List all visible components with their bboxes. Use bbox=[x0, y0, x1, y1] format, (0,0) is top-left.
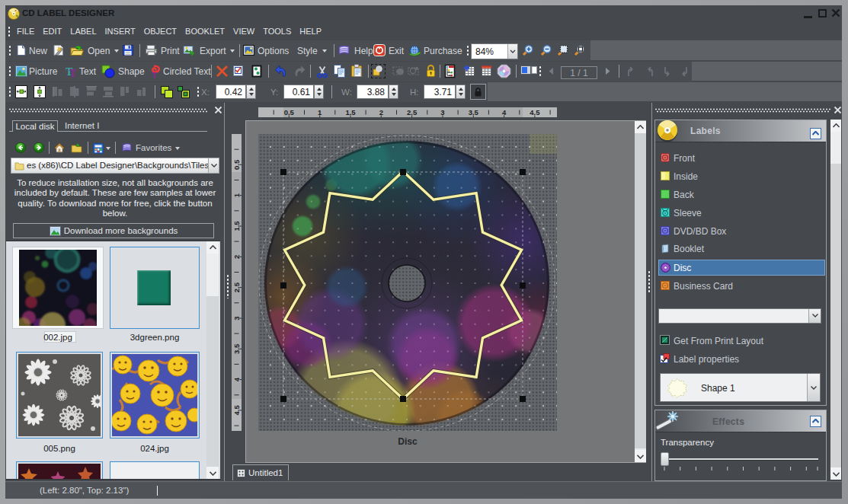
svg-text:2.5: 2.5 bbox=[232, 282, 241, 292]
svg-text:T: T bbox=[152, 70, 158, 79]
svg-text:0.5: 0.5 bbox=[232, 159, 241, 170]
svg-text:T: T bbox=[69, 68, 77, 78]
svg-text:1: 1 bbox=[232, 193, 241, 197]
svg-text:1: 1 bbox=[318, 108, 322, 116]
svg-text:2: 2 bbox=[379, 108, 383, 116]
svg-text:1.5: 1.5 bbox=[345, 108, 356, 116]
svg-text:2: 2 bbox=[232, 255, 241, 259]
svg-text:3.5: 3.5 bbox=[232, 343, 241, 354]
svg-text:3.5: 3.5 bbox=[469, 108, 479, 116]
svg-text:4: 4 bbox=[232, 377, 241, 381]
svg-text:1.5: 1.5 bbox=[232, 221, 241, 231]
svg-text:4: 4 bbox=[502, 108, 507, 116]
svg-text:4.5: 4.5 bbox=[232, 405, 241, 416]
svg-text:4.5: 4.5 bbox=[530, 108, 540, 116]
svg-text:3: 3 bbox=[232, 316, 241, 320]
svg-text:3: 3 bbox=[440, 108, 444, 116]
svg-text:0.5: 0.5 bbox=[284, 108, 295, 116]
svg-text:2.5: 2.5 bbox=[407, 108, 418, 116]
